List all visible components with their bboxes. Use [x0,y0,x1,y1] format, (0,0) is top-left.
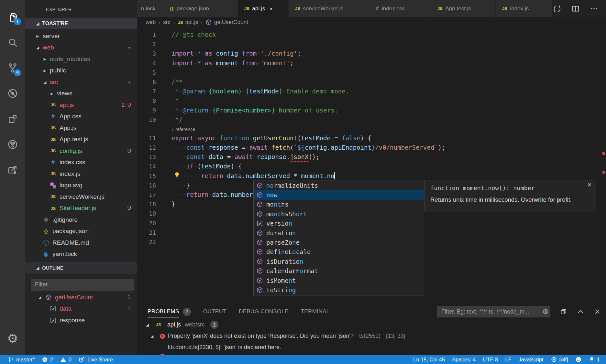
code-line[interactable]: 13····const·data·=·await·response.jsonX(… [137,152,606,162]
tab-n.lock[interactable]: n.lock [137,0,163,17]
tree-item-config.js[interactable]: JSconfig.jsU [25,145,137,157]
code-line[interactable]: 11export·async·function·getUserCount(tes… [137,134,606,143]
tree-item-api.js[interactable]: JSapi.js2, U [25,99,137,111]
tree-item-package.json[interactable]: {}package.json [25,226,137,237]
tree-item-views[interactable]: ▸views [25,88,137,100]
tree-item-index.js[interactable]: JSindex.js [25,168,137,180]
status-encoding[interactable]: UTF-8 [479,355,502,364]
tree-item-App.css[interactable]: #App.css [25,111,137,123]
activity-item-files[interactable]: 1 [0,4,25,29]
outline-filter-input[interactable] [31,279,134,291]
problem-row[interactable]: ◢JSapi.jsweb/src2 [137,319,606,330]
breadcrumb-item-src[interactable]: src [163,19,171,26]
code-line[interactable]: 1//·@ts-check [137,30,606,39]
code-line[interactable]: 10·*/ [137,115,606,124]
suggest-item-calendarFormat[interactable]: calendarFormat [254,266,424,276]
problems-filter-input[interactable] [437,306,542,317]
panel-tab-output[interactable]: OUTPUT [197,304,233,319]
tab-index.css[interactable]: #index.css [369,0,431,17]
activity-item-source-control[interactable]: 5 [0,55,25,80]
activity-item-live-share[interactable] [0,157,25,183]
activity-item-gitlens[interactable] [0,132,25,157]
tree-item-logo.svg[interactable]: logo.svg [25,180,137,191]
suggest-item-now[interactable]: now [254,190,424,199]
code-line[interactable]: 2 [137,39,606,49]
tab-App.test.js[interactable]: JSApp.test.js [431,0,496,17]
code-line[interactable]: 15········return·data.numberServed·*·mom… [137,171,606,181]
action-open-changes[interactable] [553,5,561,13]
tree-item-README.md[interactable]: iREADME.md [25,237,137,249]
status-indentation[interactable]: Spaces: 4 [448,355,479,364]
suggest-item-duration[interactable]: duration [254,228,424,238]
action-split-editor[interactable] [571,5,580,13]
status-notifications[interactable]: 1 [585,355,603,364]
code-line[interactable]: 14····if·(testMode)·{ [137,162,606,171]
panel-action-restore-panel[interactable] [560,308,567,315]
code-line[interactable]: 4import·*·as·moment·from·'moment'; [137,59,606,68]
suggest-item-isMoment[interactable]: isMoment [254,276,424,285]
suggest-item-toString[interactable]: toString [254,285,424,294]
suggest-item-monthsShort[interactable]: monthsShort [254,209,424,219]
status-problems-errors[interactable]: 2 [38,355,57,364]
suggest-item-normalizeUnits[interactable]: normalizeUnits [254,181,424,190]
section-header-outline[interactable]: ◢ OUTLINE [25,262,137,273]
activity-item-extensions[interactable] [0,106,25,132]
code-line[interactable]: 7·*·@param·{boolean}·[testMode]·Enable·d… [137,87,606,96]
code-line[interactable]: 12····const·response·=·await·fetch(`${co… [137,143,606,152]
status-cursor-position[interactable]: Ln 15, Col 45 [410,355,448,364]
status-screencast-mode[interactable]: [off] [547,355,572,364]
outline-item-data[interactable]: data1 [25,303,137,315]
tree-item-yarn.lock[interactable]: yarn.lock [25,249,137,260]
status-git-branch-indicator[interactable]: master* [5,355,38,364]
suggest-item-defineLocale[interactable]: defineLocale [254,247,424,257]
activity-item-search[interactable] [0,29,25,55]
action-more-actions[interactable] [590,5,598,13]
panel-action-close-panel[interactable] [594,308,601,315]
tab-index.js[interactable]: JSindex.js [496,0,552,17]
suggest-item-parseZone[interactable]: parseZone [254,238,424,247]
status-live-share[interactable]: Live Share [75,355,116,364]
tab-serviceWorker.js[interactable]: JSserviceWorker.js [289,0,369,17]
lightbulb-icon[interactable] [173,171,181,178]
tree-item-SiteHeader.js[interactable]: JSSiteHeader.jsU [25,203,137,214]
code-line[interactable]: 5 [137,68,606,77]
code-line[interactable]: 6/** [137,77,606,87]
breadcrumb-item-getUserCount[interactable]: getUserCount [205,19,248,26]
outline-item-response[interactable]: response [25,315,137,326]
tree-item-src[interactable]: ◢src● [25,76,137,88]
activity-item-debug-disabled[interactable] [0,80,25,106]
tree-item-public[interactable]: ▸public [25,65,137,77]
close-icon[interactable]: ✕ [587,182,592,188]
tree-item-serviceWorker.js[interactable]: JSserviceWorker.js [25,191,137,203]
tree-item-server[interactable]: ▸server [25,30,137,42]
code-line[interactable]: 8·* [137,96,606,105]
section-header-project[interactable]: ◢ TOAST'RE [25,18,137,29]
activity-item-settings[interactable]: ⚙ [0,326,25,351]
panel-tab-debug-console[interactable]: DEBUG CONSOLE [233,304,295,319]
code-line[interactable]: 9·*·@return·{Promise<number>}·Number·of·… [137,106,606,115]
panel-tab-problems[interactable]: PROBLEMS2 [148,304,197,319]
status-feedback[interactable] [572,355,585,364]
tab-package.json[interactable]: {}package.json [163,0,238,17]
problem-row[interactable]: lib.dom.d.ts[2230, 5]: 'json' is declare… [137,342,606,353]
tree-item-App.test.js[interactable]: JSApp.test.js [25,134,137,145]
status-language-mode[interactable]: JavaScript [515,355,547,364]
code-line[interactable]: 3import·*·as·config·from·'./config'; [137,49,606,58]
status-problems-warnings[interactable]: 0 [57,355,75,364]
panel-tab-terminal[interactable]: TERMINAL [294,304,336,319]
panel-action-chevron-up[interactable] [577,308,584,316]
suggest-item-version[interactable]: version [254,219,424,228]
tree-item-node_modules[interactable]: ▸node_modules [25,53,137,65]
breadcrumb-item-web[interactable]: web [146,19,156,26]
codelens-references[interactable]: 1 reference [137,124,606,134]
tree-item-App.js[interactable]: JSApp.js [25,122,137,134]
breadcrumb-item-api.js[interactable]: JSapi.js [178,19,198,26]
tree-item-.gitignore[interactable]: .gitignore [25,214,137,226]
tab-api.js[interactable]: JSapi.js● [238,0,289,17]
outline-item-getUserCount[interactable]: ◢getUserCount1 [25,292,137,303]
status-eol[interactable]: LF [501,355,515,364]
tree-item-index.css[interactable]: #index.css [25,157,137,168]
problem-row[interactable]: ◢Property 'jsonX' does not exist on type… [137,330,606,342]
suggest-item-months[interactable]: months [254,200,424,209]
suggest-item-isDuration[interactable]: isDuration [254,257,424,266]
